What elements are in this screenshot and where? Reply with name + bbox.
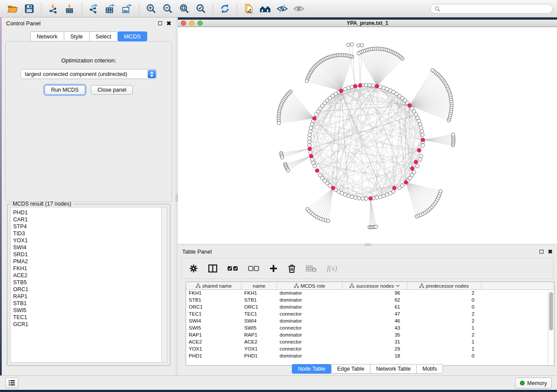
float-panel-icon[interactable] xyxy=(158,21,162,25)
task-list-button[interactable] xyxy=(5,378,18,388)
mcds-result-item[interactable]: ORC1 xyxy=(13,286,161,293)
mcds-result-item[interactable]: TEC1 xyxy=(13,314,161,321)
mcds-result-item[interactable]: STB5 xyxy=(13,279,161,286)
close-table-panel-icon[interactable]: ✖ xyxy=(548,250,553,254)
network-canvas[interactable] xyxy=(178,27,557,244)
tab-style[interactable]: Style xyxy=(64,31,89,41)
mcds-result-item[interactable]: RAP1 xyxy=(13,293,161,300)
open-file-icon[interactable] xyxy=(4,1,21,16)
column-header-successor-nodes[interactable]: successor nodes xyxy=(343,282,407,289)
table-cell: 18 xyxy=(343,353,407,360)
search-box[interactable] xyxy=(430,4,553,14)
export-image-icon[interactable] xyxy=(119,1,135,16)
save-session-icon[interactable] xyxy=(21,1,38,16)
mcds-result-item[interactable]: FKH1 xyxy=(13,265,161,272)
table-scrollbar[interactable] xyxy=(548,290,554,365)
table-cell: 1 xyxy=(407,325,481,332)
table-cell: 0 xyxy=(407,304,481,311)
tab-network[interactable]: Network xyxy=(30,31,64,41)
mcds-result-item[interactable]: TID3 xyxy=(13,230,161,237)
table-cell: connector xyxy=(277,339,343,346)
clipboard-network-icon[interactable] xyxy=(241,1,257,16)
tab-node-table[interactable]: Node Table xyxy=(292,364,331,374)
delete-column-icon[interactable] xyxy=(287,264,296,273)
search-input[interactable] xyxy=(440,6,549,12)
mcds-result-item[interactable]: STB1 xyxy=(13,300,161,307)
network-overview-icon[interactable] xyxy=(257,1,274,16)
tab-edge-table[interactable]: Edge Table xyxy=(331,364,370,374)
table-cell: 2 xyxy=(407,311,481,318)
run-mcds-button[interactable]: Run MCDS xyxy=(45,85,85,95)
import-table-icon[interactable] xyxy=(62,1,78,16)
table-scrollbar-thumb[interactable] xyxy=(549,292,553,330)
mcds-result-item[interactable]: STP4 xyxy=(13,223,161,230)
zoom-selected-icon[interactable] xyxy=(193,1,209,16)
table-cell: FKH1 xyxy=(186,290,242,297)
table-row[interactable]: PHD1PHD1dominator180 xyxy=(186,353,554,360)
mcds-result-item[interactable]: ACE2 xyxy=(13,272,161,279)
table-row[interactable]: SWI5SWI5connector431 xyxy=(186,325,554,332)
tab-network-table[interactable]: Network Table xyxy=(370,364,416,374)
optimization-criterion-select[interactable]: largest connected component (undirected) xyxy=(21,69,157,79)
column-header-shared-name[interactable]: shared name xyxy=(186,282,242,289)
mcds-result-item[interactable]: SWI5 xyxy=(13,307,161,314)
mcds-result-item[interactable]: SWI4 xyxy=(13,244,161,251)
show-columns-icon[interactable] xyxy=(208,264,218,273)
table-cell: 61 xyxy=(343,304,407,311)
close-panel-button[interactable]: Close panel xyxy=(91,85,133,95)
close-panel-icon[interactable]: ✖ xyxy=(166,21,171,25)
table-cell: dominator xyxy=(277,332,343,339)
refresh-view-icon[interactable] xyxy=(217,1,233,16)
optimization-criterion-value: largest connected component (undirected) xyxy=(25,71,127,77)
deselect-all-icon[interactable] xyxy=(248,265,259,272)
mcds-result-item[interactable]: PMA2 xyxy=(13,258,161,265)
table-panel: Table Panel ✖ f(x) shared namenameMCDS r… xyxy=(178,246,557,375)
table-row[interactable]: ORC1ORC1dominator610 xyxy=(186,304,554,311)
tab-select[interactable]: Select xyxy=(89,31,118,41)
table-row[interactable]: STB1STB1dominator620 xyxy=(186,297,554,304)
mcds-result-item[interactable]: SRD1 xyxy=(13,251,161,258)
zoom-in-icon[interactable] xyxy=(143,1,159,16)
mcds-result-item[interactable]: YOX1 xyxy=(13,237,161,244)
memory-status-icon xyxy=(520,381,525,385)
zoom-out-icon[interactable] xyxy=(159,1,176,16)
export-network-icon[interactable] xyxy=(86,1,102,16)
mcds-result-item[interactable]: GCR1 xyxy=(13,321,161,328)
toolbar-separator xyxy=(82,3,82,14)
float-table-panel-icon[interactable] xyxy=(540,250,543,254)
mcds-result-group: MCDS result (17 nodes) PHD1CAR1STP4TID3Y… xyxy=(7,204,170,366)
table-row[interactable]: FKH1FKH1dominator962 xyxy=(186,290,554,297)
table-row[interactable]: SWI4SWI4dominator462 xyxy=(186,318,554,325)
table-cell: 1 xyxy=(407,339,481,346)
tab-mcds[interactable]: MCDS xyxy=(118,31,147,41)
mcds-list-scrollbar[interactable] xyxy=(161,207,167,362)
table-row[interactable]: YOX1YOX1connector291 xyxy=(186,346,554,353)
settings-gear-icon[interactable] xyxy=(189,264,198,273)
table-cell: connector xyxy=(277,346,343,353)
toolbar-separator xyxy=(41,3,42,14)
table-row[interactable]: RAP1RAP1dominator352 xyxy=(186,332,554,339)
control-panel-title: Control Panel xyxy=(6,20,41,27)
hide-network-image-icon[interactable] xyxy=(274,1,291,16)
mcds-result-item[interactable]: CAR1 xyxy=(13,216,161,223)
network-window-titlebar[interactable]: YPA_prune.txt_1 xyxy=(178,20,557,27)
table-cell: STB1 xyxy=(186,297,242,304)
add-column-icon[interactable] xyxy=(269,264,278,273)
control-panel: Control Panel ✖ NetworkStyleSelectMCDS O… xyxy=(2,17,176,375)
node-table[interactable]: shared namenameMCDS rolesuccessor nodesp… xyxy=(186,282,554,366)
memory-button[interactable]: Memory xyxy=(515,378,552,389)
zoom-fit-icon[interactable] xyxy=(176,1,193,16)
column-header-MCDS-role[interactable]: MCDS role xyxy=(277,282,343,289)
table-row[interactable]: ACE2ACE2connector311 xyxy=(186,339,554,346)
mcds-result-item[interactable]: PHD1 xyxy=(13,209,161,216)
select-all-icon[interactable] xyxy=(227,265,239,272)
column-header-name[interactable]: name xyxy=(242,282,277,289)
table-cell: 29 xyxy=(343,346,407,353)
table-row[interactable]: TEC1TEC1connector472 xyxy=(186,311,554,318)
export-table-icon[interactable] xyxy=(102,1,119,16)
mcds-result-list[interactable]: PHD1CAR1STP4TID3YOX1SWI4SRD1PMA2FKH1ACE2… xyxy=(10,207,167,363)
column-header-predecessor-nodes[interactable]: predecessor nodes xyxy=(407,282,481,289)
node-table-header: shared namenameMCDS rolesuccessor nodesp… xyxy=(186,282,554,290)
tab-motifs[interactable]: Motifs xyxy=(416,364,443,374)
import-network-icon[interactable] xyxy=(45,1,62,16)
